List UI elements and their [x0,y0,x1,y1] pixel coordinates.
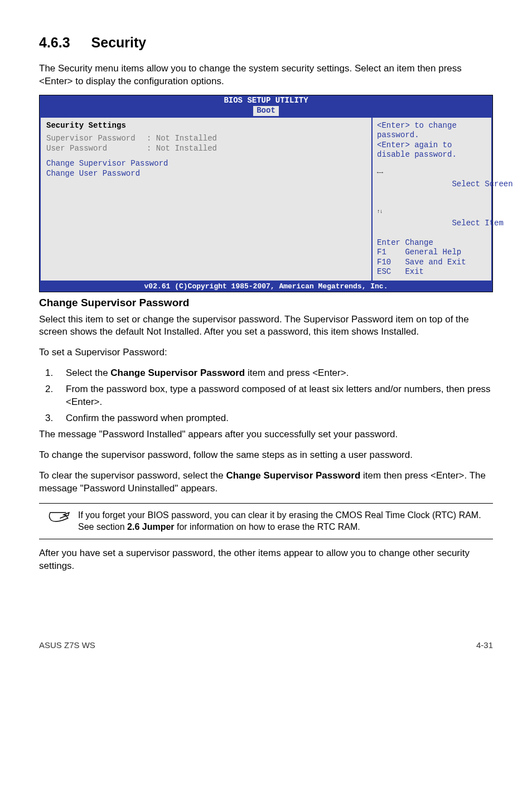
paragraph: Select this item to set or change the su… [39,313,493,339]
step-text: item and press <Enter>. [245,368,349,378]
note-bold: 2.6 Jumper [127,522,174,532]
bios-left-panel: Security Settings Supervisor Password: N… [40,117,373,282]
bios-help-line: <Enter> to change [377,121,487,131]
paragraph: The message "Password Installed" appears… [39,428,493,441]
bios-left-header: Security Settings [46,121,366,131]
bios-row: User Password: Not Installed [46,144,366,154]
bios-key-line: F1 General Help [377,248,487,258]
bios-right-panel: <Enter> to change password. <Enter> agai… [373,117,492,282]
paragraph: To clear the supervisor password, select… [39,470,493,495]
subheading: Change Supervisor Password [39,296,493,310]
bios-menu-item[interactable]: Change User Password [46,169,366,179]
section-title-text: Security [91,35,147,50]
note-pencil-icon [39,509,78,528]
bios-help-line: password. [377,131,487,141]
bios-key-legend: ←→ Select Screen ↑↓ Select Item Enter Ch… [377,160,487,277]
bios-row-label: User Password [46,144,147,154]
bios-menu-item[interactable]: Change Supervisor Password [46,159,366,169]
bios-row-value: : Not Installed [147,144,217,153]
step-bold: Change Supervisor Password [110,368,245,378]
note-text: If you forget your BIOS password, you ca… [78,509,493,533]
steps-list: Select the Change Supervisor Password it… [56,367,493,425]
bios-help-text: <Enter> to change password. <Enter> agai… [377,121,487,160]
note-callout: If you forget your BIOS password, you ca… [39,503,493,539]
bios-screenshot: BIOS SETUP UTILITY Boot Security Setting… [39,95,493,292]
section-heading: 4.6.3Security [39,33,493,52]
bios-row-value: : Not Installed [147,134,217,143]
bios-title: BIOS SETUP UTILITY [40,95,492,107]
list-item: Confirm the password when prompted. [56,412,493,425]
bios-help-line: disable password. [377,150,487,160]
bios-help-line: <Enter> again to [377,141,487,151]
footer-left: ASUS Z7S WS [39,640,95,651]
bios-row: Supervisor Password: Not Installed [46,134,366,144]
bios-key-line: Select Screen [424,180,513,189]
text-bold: Change Supervisor Password [226,470,360,481]
bios-key-line: Select Item [424,219,504,228]
text-span: To clear the supervisor password, select… [39,470,226,481]
bios-row-label: Supervisor Password [46,134,147,144]
section-number: 4.6.3 [39,35,70,50]
intro-paragraph: The Security menu items allow you to cha… [39,62,493,88]
list-item: From the password box, type a password c… [56,383,493,409]
list-item: Select the Change Supervisor Password it… [56,367,493,380]
arrow-up-down-icon: ↑↓ [377,209,383,216]
bios-footer: v02.61 (C)Copyright 1985-2007, American … [40,282,492,292]
step-text: Select the [66,368,110,378]
note-span: for information on how to erase the RTC … [175,522,360,532]
bios-key-line: F10 Save and Exit [377,258,487,268]
paragraph: After you have set a supervisor password… [39,547,493,573]
page-footer: ASUS Z7S WS 4-31 [39,640,493,651]
bios-tab-row: Boot [40,106,492,117]
paragraph: To change the supervisor password, follo… [39,449,493,462]
arrow-left-right-icon: ←→ [377,170,383,177]
bios-key-line: ESC Exit [377,267,487,277]
footer-right: 4-31 [476,640,493,651]
paragraph: To set a Supervisor Password: [39,346,493,359]
bios-key-line: Enter Change [377,238,487,248]
bios-active-tab: Boot [253,106,279,116]
